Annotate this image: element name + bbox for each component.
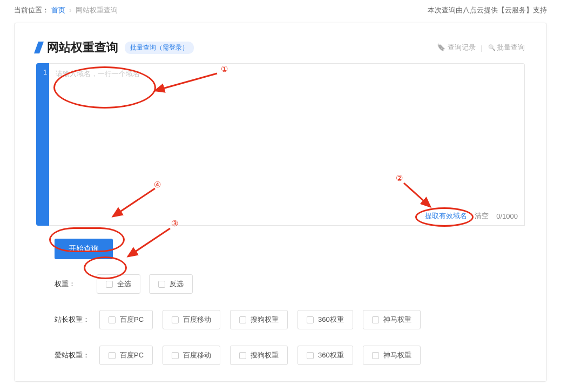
extract-domains-link[interactable]: 提取有效域名 [425,211,467,221]
row-label: 站长权重： [55,315,90,325]
row-label: 爱站权重： [55,350,90,360]
option-baidu-pc[interactable]: 百度PC [99,346,153,365]
checkbox-icon [372,352,379,359]
option-sogou[interactable]: 搜狗权重 [230,346,288,365]
checkbox-icon [109,316,116,323]
history-link[interactable]: 查询记录 [437,43,476,52]
option-shenma[interactable]: 神马权重 [363,310,421,329]
checkbox-icon [239,352,246,359]
domain-input[interactable] [49,64,524,205]
checkbox-icon [158,281,165,288]
clear-link[interactable]: 清空 [475,211,489,221]
checkbox-icon [172,352,179,359]
checkbox-icon [106,281,113,288]
service-note: 本次查询由八点云提供【云服务】支持 [428,5,547,15]
option-baidu-mobile[interactable]: 百度移动 [163,346,220,365]
option-360[interactable]: 360权重 [298,346,353,365]
breadcrumb: 当前位置： 首页 › 网站权重查询 [14,5,118,15]
title-accent [34,42,44,53]
select-all-button[interactable]: 全选 [97,274,140,294]
bulk-link[interactable]: 批量查询 [488,43,525,52]
option-sogou[interactable]: 搜狗权重 [230,310,288,329]
checkbox-icon [307,316,314,323]
breadcrumb-current: 网站权重查询 [76,6,118,14]
breadcrumb-home[interactable]: 首页 [51,6,65,14]
count-indicator: 0/1000 [496,212,518,220]
webmaster-weight-row: 站长权重： 百度PC 百度移动 搜狗权重 360权重 神马权重 [36,310,525,329]
checkbox-icon [372,316,379,323]
checkbox-icon [172,316,179,323]
breadcrumb-separator: › [69,6,71,14]
main-card: 网站权重查询 批量查询（需登录） 查询记录 | 批量查询 1 提取有效域名 清空… [14,23,547,382]
option-shenma[interactable]: 神马权重 [363,346,421,365]
start-query-button[interactable]: 开始查询 [55,239,113,259]
option-baidu-mobile[interactable]: 百度移动 [163,310,220,329]
invert-select-button[interactable]: 反选 [149,274,193,294]
line-gutter: 1 [36,63,49,226]
checkbox-icon [109,352,116,359]
editor: 1 提取有效域名 清空 0/1000 [36,63,525,226]
checkbox-icon [239,316,246,323]
bulk-login-badge[interactable]: 批量查询（需登录） [125,42,194,54]
page-title: 网站权重查询 [47,39,118,56]
aizhan-weight-row: 爱站权重： 百度PC 百度移动 搜狗权重 360权重 神马权重 [36,346,525,365]
divider: | [481,44,483,52]
search-icon [488,43,497,51]
weight-label: 权重： [55,279,88,289]
checkbox-icon [307,352,314,359]
breadcrumb-label: 当前位置： [14,6,49,14]
option-360[interactable]: 360权重 [298,310,353,329]
bookmark-icon [437,43,448,51]
option-baidu-pc[interactable]: 百度PC [99,310,153,329]
